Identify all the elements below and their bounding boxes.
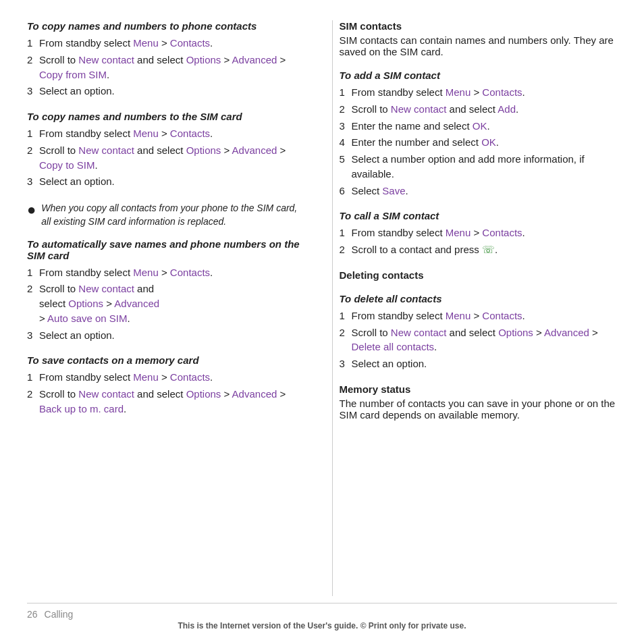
new-contact-link[interactable]: New contact — [78, 388, 134, 400]
contacts-link[interactable]: Contacts — [170, 37, 210, 49]
menu-link[interactable]: Menu — [133, 128, 159, 139]
section-title-save-memory-card: To save contacts on a memory card — [27, 354, 305, 366]
contacts-link[interactable]: Contacts — [482, 227, 522, 238]
new-contact-link[interactable]: New contact — [78, 283, 134, 294]
section-copy-to-sim: To copy names and numbers to the SIM car… — [27, 111, 305, 189]
steps-delete-all: 1From standby select Menu > Contacts. 2S… — [340, 308, 618, 371]
step-number: 1 — [340, 85, 352, 100]
options-link[interactable]: Options — [498, 327, 533, 338]
new-contact-link[interactable]: New contact — [78, 144, 134, 156]
section-add-sim: To add a SIM contact 1From standby selec… — [340, 70, 618, 198]
steps-copy-to-phone: 1From standby select Menu > Contacts. 2S… — [27, 36, 305, 99]
step-number: 2 — [27, 53, 39, 68]
options-link[interactable]: Options — [186, 54, 221, 65]
steps-save-memory-card: 1From standby select Menu > Contacts. 2S… — [27, 370, 305, 416]
step-number: 1 — [340, 308, 352, 323]
step-text: From standby select Menu > Contacts. — [39, 36, 305, 51]
new-contact-link[interactable]: New contact — [391, 103, 447, 115]
warning-note: ● When you copy all contacts from your p… — [27, 201, 305, 229]
contacts-link[interactable]: Contacts — [482, 310, 522, 321]
step-text: From standby select Menu > Contacts. — [352, 308, 618, 323]
advanced-link[interactable]: Advanced — [232, 144, 277, 156]
options-link[interactable]: Options — [68, 298, 103, 309]
step-text: Scroll to New contact and select Add. — [352, 102, 618, 117]
steps-copy-to-sim: 1From standby select Menu > Contacts. 2S… — [27, 126, 305, 189]
contacts-link[interactable]: Contacts — [170, 371, 210, 383]
step-item: 1From standby select Menu > Contacts. — [27, 126, 305, 141]
advanced-link[interactable]: Advanced — [232, 388, 277, 400]
step-text: Scroll to New contact and select Options… — [39, 53, 305, 82]
section-title-delete-all: To delete all contacts — [340, 293, 618, 304]
auto-save-sim-link[interactable]: Auto save on SIM — [47, 313, 127, 324]
section-title-auto-save: To automatically save names and phone nu… — [27, 238, 305, 261]
deleting-contacts-heading: Deleting contacts — [340, 269, 618, 281]
step-item: 2Scroll to a contact and press ☏. — [340, 242, 618, 257]
step-text: Enter the number and select OK. — [352, 135, 618, 150]
menu-link[interactable]: Menu — [446, 227, 471, 238]
main-columns: To copy names and numbers to phone conta… — [27, 20, 617, 596]
step-item: 5Select a number option and add more inf… — [340, 152, 618, 182]
new-contact-link[interactable]: New contact — [78, 54, 134, 65]
step-item: 2Scroll to New contact and select Option… — [27, 143, 305, 173]
sim-contacts-heading: SIM contacts — [340, 20, 618, 32]
section-auto-save: To automatically save names and phone nu… — [27, 238, 305, 343]
step-item: 2Scroll to New contact andselect Options… — [27, 281, 305, 325]
left-column: To copy names and numbers to phone conta… — [27, 20, 312, 596]
step-item: 6Select Save. — [340, 184, 618, 198]
step-item: 1From standby select Menu > Contacts. — [340, 308, 618, 323]
menu-link[interactable]: Menu — [133, 37, 159, 49]
memory-status-heading: Memory status — [340, 383, 618, 395]
section-call-sim: To call a SIM contact 1From standby sele… — [340, 210, 618, 257]
step-number: 3 — [27, 174, 39, 189]
copy-to-sim-link[interactable]: Copy to SIM — [39, 159, 95, 171]
step-text: From standby select Menu > Contacts. — [352, 85, 618, 100]
steps-add-sim: 1From standby select Menu > Contacts. 2S… — [340, 85, 618, 198]
step-text: Select an option. — [39, 84, 305, 99]
steps-auto-save: 1From standby select Menu > Contacts. 2S… — [27, 265, 305, 343]
step-item: 3Select an option. — [27, 328, 305, 343]
back-up-link[interactable]: Back up to m. card — [39, 403, 124, 414]
menu-link[interactable]: Menu — [133, 267, 159, 278]
ok-link[interactable]: OK — [481, 136, 496, 148]
step-item: 3Select an option. — [340, 356, 618, 371]
section-deleting-contacts: Deleting contacts — [340, 269, 618, 281]
copy-from-sim-link[interactable]: Copy from SIM — [39, 69, 107, 80]
advanced-link[interactable]: Advanced — [232, 54, 277, 65]
add-link[interactable]: Add — [498, 103, 516, 115]
menu-link[interactable]: Menu — [446, 310, 471, 321]
menu-link[interactable]: Menu — [446, 86, 471, 98]
menu-link[interactable]: Menu — [133, 371, 159, 383]
new-contact-link[interactable]: New contact — [391, 327, 447, 338]
options-link[interactable]: Options — [186, 144, 221, 156]
step-item: 3Select an option. — [27, 174, 305, 189]
contacts-link[interactable]: Contacts — [482, 86, 522, 98]
options-link[interactable]: Options — [186, 388, 221, 400]
sim-contacts-body: SIM contacts can contain names and numbe… — [340, 34, 618, 57]
contacts-link[interactable]: Contacts — [170, 267, 210, 278]
step-text: From standby select Menu > Contacts. — [39, 126, 305, 141]
step-number: 2 — [340, 325, 352, 340]
advanced-link[interactable]: Advanced — [114, 298, 159, 309]
step-text: From standby select Menu > Contacts. — [39, 265, 305, 280]
save-link[interactable]: Save — [382, 185, 405, 196]
warning-icon: ● — [27, 201, 36, 219]
page-label: Calling — [45, 609, 74, 620]
delete-all-link[interactable]: Delete all contacts — [352, 341, 435, 352]
step-number: 1 — [27, 126, 39, 141]
step-number: 3 — [27, 84, 39, 99]
step-item: 2Scroll to New contact and select Option… — [27, 53, 305, 82]
step-number: 6 — [340, 184, 352, 198]
steps-call-sim: 1From standby select Menu > Contacts. 2S… — [340, 225, 618, 257]
step-text: From standby select Menu > Contacts. — [39, 370, 305, 385]
ok-link[interactable]: OK — [473, 120, 487, 132]
section-copy-to-phone: To copy names and numbers to phone conta… — [27, 20, 305, 99]
step-text: Scroll to a contact and press ☏. — [352, 242, 618, 257]
advanced-link[interactable]: Advanced — [544, 327, 589, 338]
right-column: SIM contacts SIM contacts can contain na… — [332, 20, 618, 596]
step-number: 3 — [340, 119, 352, 134]
step-item: 3Enter the name and select OK. — [340, 119, 618, 134]
call-icon: ☏ — [482, 242, 495, 257]
contacts-link[interactable]: Contacts — [170, 128, 210, 139]
page: To copy names and numbers to phone conta… — [0, 0, 644, 644]
step-number: 1 — [27, 265, 39, 280]
